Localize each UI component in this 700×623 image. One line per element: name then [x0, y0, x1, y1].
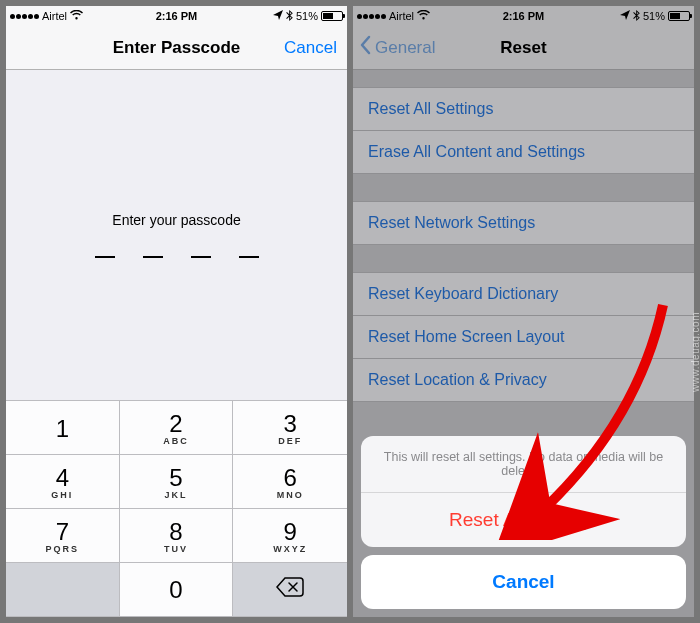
- key-9[interactable]: 9WXYZ: [233, 509, 347, 563]
- phone-right-reset: Airtel 2:16 PM 51%: [353, 6, 694, 617]
- passcode-prompt: Enter your passcode: [112, 212, 240, 228]
- bluetooth-icon: [633, 10, 640, 23]
- key-blank: [6, 563, 120, 617]
- key-4[interactable]: 4GHI: [6, 455, 120, 509]
- sheet-reset-all-button[interactable]: Reset All Settings: [361, 493, 686, 547]
- key-1[interactable]: 1: [6, 401, 120, 455]
- signal-dots-icon: [10, 14, 39, 19]
- carrier-label: Airtel: [42, 10, 67, 22]
- key-7[interactable]: 7PQRS: [6, 509, 120, 563]
- wifi-icon: [70, 10, 83, 22]
- passcode-digit[interactable]: [239, 256, 259, 258]
- sheet-message: This will reset all settings. No data or…: [361, 436, 686, 493]
- carrier-label: Airtel: [389, 10, 414, 22]
- status-bar: Airtel 2:16 PM 51%: [353, 6, 694, 26]
- sheet-cancel-button[interactable]: Cancel: [361, 555, 686, 609]
- nav-title: Enter Passcode: [6, 38, 347, 58]
- location-icon: [273, 10, 283, 22]
- location-icon: [620, 10, 630, 22]
- status-bar: Airtel 2:16 PM 51%: [6, 6, 347, 26]
- key-6[interactable]: 6MNO: [233, 455, 347, 509]
- passcode-fields: [95, 256, 259, 258]
- nav-bar: General Reset: [353, 26, 694, 70]
- bluetooth-icon: [286, 10, 293, 23]
- battery-icon: [668, 11, 690, 21]
- battery-pct: 51%: [296, 10, 318, 22]
- numeric-keypad: 1 2ABC 3DEF 4GHI 5JKL 6MNO 7PQRS 8TUV 9W…: [6, 400, 347, 617]
- key-5[interactable]: 5JKL: [120, 455, 234, 509]
- reset-list: Reset All Settings Erase All Content and…: [353, 70, 694, 617]
- action-sheet: This will reset all settings. No data or…: [361, 436, 686, 609]
- key-2[interactable]: 2ABC: [120, 401, 234, 455]
- passcode-digit[interactable]: [95, 256, 115, 258]
- signal-dots-icon: [357, 14, 386, 19]
- nav-title: Reset: [353, 38, 694, 58]
- backspace-key[interactable]: [233, 563, 347, 617]
- wifi-icon: [417, 10, 430, 22]
- passcode-area: Enter your passcode: [6, 70, 347, 400]
- battery-pct: 51%: [643, 10, 665, 22]
- watermark: www.deuag.com: [691, 312, 701, 392]
- backspace-icon: [276, 577, 304, 603]
- nav-bar: Enter Passcode Cancel: [6, 26, 347, 70]
- passcode-digit[interactable]: [143, 256, 163, 258]
- phone-left-passcode: Airtel 2:16 PM 51% Enter Passcode Cancel: [6, 6, 347, 617]
- key-3[interactable]: 3DEF: [233, 401, 347, 455]
- key-0[interactable]: 0: [120, 563, 234, 617]
- battery-icon: [321, 11, 343, 21]
- key-8[interactable]: 8TUV: [120, 509, 234, 563]
- passcode-digit[interactable]: [191, 256, 211, 258]
